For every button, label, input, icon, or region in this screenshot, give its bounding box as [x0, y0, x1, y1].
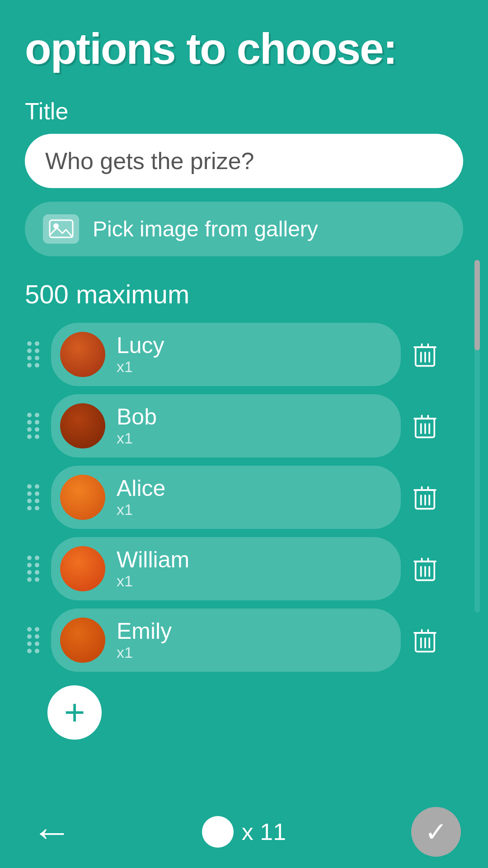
drag-handle[interactable]	[25, 480, 43, 515]
drag-handle[interactable]	[25, 551, 43, 586]
drag-handle[interactable]	[25, 337, 43, 372]
svg-rect-0	[50, 220, 73, 237]
pick-image-button[interactable]: Pick image from gallery	[25, 202, 463, 256]
item-name: William	[117, 547, 189, 572]
list-item: Alice x1	[25, 466, 441, 529]
back-button[interactable]: ←	[27, 807, 77, 857]
item-name: Lucy	[117, 333, 164, 358]
item-count: x1	[117, 572, 189, 590]
bottom-bar: ← x 11 ✓	[0, 796, 488, 868]
item-card-alice[interactable]: Alice x1	[51, 466, 401, 529]
list-item: Emily x1	[25, 609, 441, 672]
avatar	[60, 618, 105, 663]
item-name: Emily	[117, 619, 172, 644]
delete-button-lucy[interactable]	[409, 339, 441, 370]
image-icon	[43, 214, 79, 244]
list-item: Bob x1	[25, 394, 441, 458]
scrollbar-thumb[interactable]	[474, 260, 480, 350]
item-card-emily[interactable]: Emily x1	[51, 609, 401, 672]
drag-handle[interactable]	[25, 408, 43, 443]
delete-button-alice[interactable]	[409, 481, 441, 513]
avatar	[60, 332, 105, 377]
coin-icon	[202, 816, 234, 848]
list-item: William x1	[25, 537, 441, 600]
checkmark-icon: ✓	[425, 816, 447, 848]
page-container: OPTIONS TO CHOOSE: Title Pick image from…	[0, 0, 488, 868]
item-count: x1	[117, 358, 164, 376]
add-option-button[interactable]: +	[47, 685, 102, 740]
confirm-button[interactable]: ✓	[411, 807, 461, 857]
item-count: x1	[117, 429, 157, 447]
back-arrow-icon: ←	[32, 811, 72, 852]
item-card-lucy[interactable]: Lucy x1	[51, 323, 401, 386]
item-card-bob[interactable]: Bob x1	[51, 394, 401, 458]
delete-button-william[interactable]	[409, 553, 441, 585]
plus-icon: +	[64, 694, 85, 731]
title-input[interactable]	[25, 134, 463, 188]
avatar	[60, 403, 105, 448]
coin-display: x 11	[202, 816, 286, 848]
list-item: Lucy x1	[25, 323, 441, 386]
item-name: Alice	[117, 476, 165, 501]
max-label: 500 maximum	[25, 279, 463, 309]
item-card-william[interactable]: William x1	[51, 537, 401, 600]
item-name: Bob	[117, 405, 157, 429]
title-label: Title	[25, 98, 463, 125]
page-title: OPTIONS TO CHOOSE:	[25, 27, 463, 71]
coin-count: x 11	[242, 818, 286, 845]
pick-image-label: Pick image from gallery	[93, 217, 318, 241]
delete-button-emily[interactable]	[409, 624, 441, 656]
avatar	[60, 546, 105, 591]
item-count: x1	[117, 501, 165, 519]
delete-button-bob[interactable]	[409, 410, 441, 442]
item-count: x1	[117, 644, 172, 661]
avatar	[60, 475, 105, 520]
scrollbar-track	[474, 260, 480, 613]
options-list: Lucy x1	[25, 323, 463, 672]
drag-handle[interactable]	[25, 623, 43, 658]
